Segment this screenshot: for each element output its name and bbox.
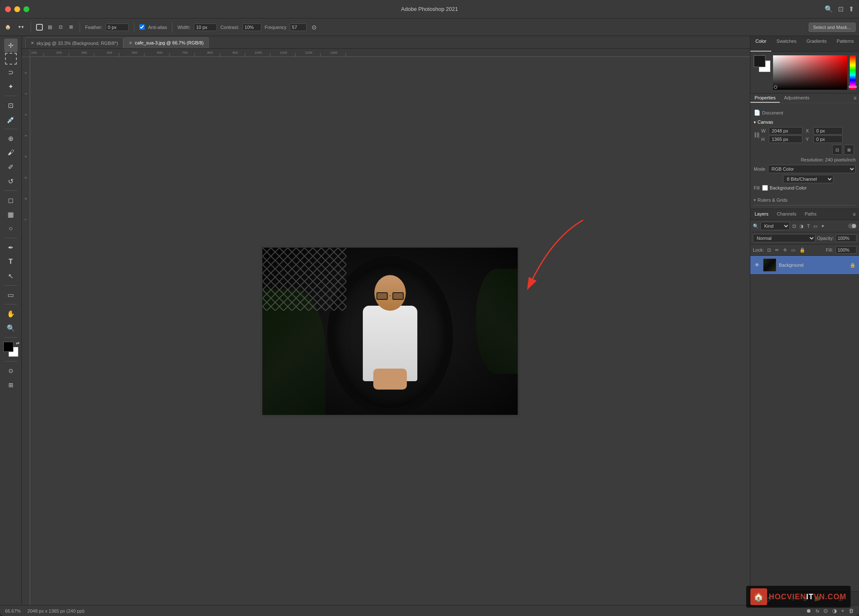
close-button[interactable] <box>5 6 11 12</box>
lock-artboard-btn[interactable]: ▭ <box>790 247 796 254</box>
adjustment-icon[interactable]: ⊙ <box>823 608 828 614</box>
gradients-tab[interactable]: Gradients <box>802 36 832 52</box>
kind-select[interactable]: Kind <box>760 222 790 230</box>
smart-filter-btn[interactable]: ✦ <box>820 223 825 230</box>
pixel-filter-btn[interactable]: ⊡ <box>791 223 797 230</box>
share-icon[interactable]: ⬆ <box>849 5 854 13</box>
adjust-filter-btn[interactable]: ◑ <box>799 223 804 230</box>
screen-mode-btn[interactable]: ⊞ <box>4 378 18 392</box>
hand-tool[interactable]: ✋ <box>4 307 18 320</box>
lock-all-btn[interactable]: 🔒 <box>799 247 806 254</box>
fill-pct-input[interactable] <box>836 246 856 254</box>
canvas-w-input[interactable] <box>769 127 802 135</box>
search-icon[interactable]: 🔍 <box>825 5 833 13</box>
magnetic-lasso-icon[interactable]: ⊙ <box>310 22 318 32</box>
brush-tool[interactable]: 🖌 <box>4 146 18 159</box>
quick-mask-tool[interactable]: ⊙ <box>4 364 18 377</box>
layers-panel-options[interactable]: ≡ <box>849 209 859 220</box>
zoom-tool[interactable]: 🔍 <box>4 321 18 335</box>
opacity-input[interactable] <box>836 234 856 242</box>
tab-close-cafe[interactable]: ✕ <box>129 41 132 45</box>
tab-sky[interactable]: ✕ sky.jpg @ 33.3% (Background, RGB/8*) <box>25 37 123 48</box>
foreground-color-box[interactable] <box>754 55 765 67</box>
patterns-tab[interactable]: Patterns <box>832 36 859 52</box>
new-layer-icon[interactable]: + <box>841 608 844 614</box>
layer-visibility-eye[interactable]: 👁 <box>754 262 760 268</box>
timeline-icon[interactable]: ⏺ <box>806 608 812 614</box>
history-brush-tool[interactable]: ↺ <box>4 174 18 188</box>
width-input[interactable] <box>194 23 217 31</box>
frequency-input[interactable] <box>290 23 307 31</box>
clone-stamp-tool[interactable]: ✐ <box>4 160 18 174</box>
fixed-size-icon[interactable]: ⊞ <box>68 23 75 31</box>
adjustments-tab[interactable]: Adjustments <box>780 94 814 103</box>
minimize-button[interactable] <box>14 6 20 12</box>
tool-preset-button[interactable]: ✦▾ <box>16 23 26 31</box>
layer-item-background[interactable]: 👁 Background 🔒 <box>750 256 859 275</box>
blend-mode-select[interactable]: Normal <box>753 234 815 242</box>
paths-tab[interactable]: Paths <box>801 209 821 220</box>
tab-close-sky[interactable]: ✕ <box>31 41 34 45</box>
type-filter-btn[interactable]: T <box>806 223 811 229</box>
type-tool[interactable]: T <box>4 255 18 268</box>
select-mask-button[interactable]: Select and Mask... <box>809 23 856 32</box>
layer-icon[interactable]: ▤ <box>46 23 54 31</box>
feather-input[interactable] <box>106 23 129 31</box>
rulers-grids-header[interactable]: ▾ Rulers & Grids <box>754 196 856 204</box>
lock-image-btn[interactable]: ✏ <box>774 247 780 254</box>
path-selection-tool[interactable]: ↖ <box>4 269 18 283</box>
shape-filter-btn[interactable]: ▭ <box>812 223 818 230</box>
chain-link-icon[interactable]: ⛓ <box>754 132 760 138</box>
fill-swatch[interactable] <box>762 185 768 191</box>
contrast-input[interactable] <box>242 23 261 31</box>
magic-wand-tool[interactable]: ✦ <box>4 80 18 93</box>
canvas-icon1[interactable]: ⊡ <box>832 145 842 155</box>
color-gradient[interactable] <box>773 55 847 90</box>
bits-select[interactable]: 8 Bits/Channel <box>783 175 833 183</box>
canvas-x-input[interactable] <box>813 127 843 135</box>
canvas-icon2[interactable]: ⊞ <box>844 145 854 155</box>
foreground-color-swatch[interactable] <box>3 342 13 352</box>
layer-filter-toggle[interactable] <box>848 224 856 229</box>
gradient-tool[interactable]: ▦ <box>4 208 18 221</box>
swatches-tab[interactable]: Swatches <box>771 36 802 52</box>
fg-bg-colors[interactable]: ⇄ <box>3 342 18 357</box>
eyedropper-tool[interactable]: 💉 <box>4 113 18 126</box>
lock-move-btn[interactable]: ✛ <box>782 247 788 254</box>
marquee-tool[interactable] <box>5 53 17 65</box>
crop-tool[interactable]: ⊡ <box>4 99 18 112</box>
canvas-h-input[interactable] <box>769 135 802 143</box>
fullscreen-button[interactable] <box>23 6 29 12</box>
canvas-y-input[interactable] <box>813 135 843 143</box>
pen-tool[interactable]: ✒ <box>4 241 18 254</box>
traffic-lights <box>5 6 29 12</box>
fx-btn[interactable]: fx <box>816 608 820 613</box>
delete-icon[interactable]: 🗑 <box>849 608 854 614</box>
antialias-checkbox[interactable] <box>139 24 145 30</box>
move-tool[interactable]: ✛ <box>4 39 18 52</box>
canvas-section-header[interactable]: ▾ Canvas <box>754 120 856 125</box>
home-button[interactable]: 🏠 <box>3 23 13 31</box>
spectrum-bar[interactable] <box>850 55 856 90</box>
color-tab[interactable]: Color <box>750 36 771 52</box>
mode-select[interactable]: RGB Color <box>768 165 856 173</box>
tab-cafe[interactable]: ✕ cafe_sua-3.jpg @ 66.7% (RGB/8) <box>123 37 209 48</box>
channels-tab[interactable]: Channels <box>773 209 800 220</box>
eraser-tool[interactable]: ◻ <box>4 193 18 207</box>
fixed-ratio-icon[interactable]: ⊡ <box>57 23 64 31</box>
fg-bg-swatches[interactable] <box>754 55 770 72</box>
arrange-icon[interactable]: ⊡ <box>838 5 843 13</box>
properties-tab[interactable]: Properties <box>750 94 780 103</box>
lasso-tool[interactable]: ⊃ <box>4 65 18 79</box>
photo-area[interactable] <box>260 245 520 417</box>
healing-brush-tool[interactable]: ⊕ <box>4 132 18 145</box>
properties-panel-options[interactable]: ≡ <box>851 94 859 103</box>
swap-colors-icon[interactable]: ⇄ <box>16 341 19 346</box>
square-icon[interactable] <box>36 24 43 31</box>
mask-icon[interactable]: ◑ <box>832 608 837 614</box>
rectangle-tool[interactable]: ▭ <box>4 288 18 302</box>
layers-tab[interactable]: Layers <box>750 209 773 220</box>
lock-transparent-btn[interactable]: ⊡ <box>766 247 772 254</box>
bits-row: 8 Bits/Channel <box>754 175 856 183</box>
dodge-tool[interactable]: ○ <box>4 222 18 235</box>
